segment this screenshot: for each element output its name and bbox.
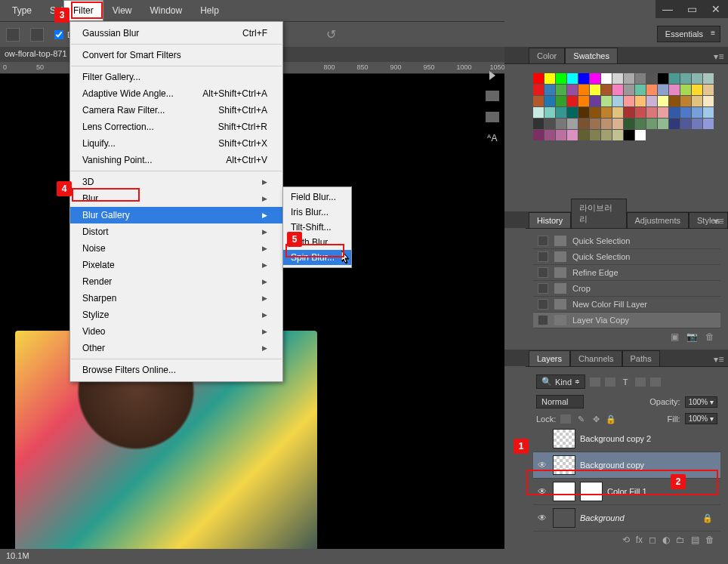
filter-vanishing-point[interactable]: Vanishing Point...Alt+Ctrl+V [70, 152, 282, 168]
filter-shape-icon[interactable] [635, 378, 646, 387]
swatch[interactable] [646, 73, 657, 84]
swatch[interactable] [544, 119, 555, 129]
swatch[interactable] [578, 96, 589, 106]
tab-adjustments[interactable]: Adjustments [627, 212, 689, 228]
opacity-value[interactable]: 100% ▾ [685, 396, 717, 408]
swatch[interactable] [544, 130, 555, 140]
swatch[interactable] [578, 85, 589, 95]
history-camera-icon[interactable]: 📷 [686, 331, 698, 342]
adjustment-icon[interactable]: ◐ [662, 535, 670, 545]
swatch[interactable] [680, 73, 691, 84]
swatch[interactable] [635, 119, 646, 129]
swatch[interactable] [680, 96, 691, 106]
swatch[interactable] [567, 130, 578, 140]
group-icon[interactable]: 🗀 [676, 535, 685, 545]
swatch[interactable] [590, 73, 600, 84]
swatch[interactable] [669, 119, 680, 129]
swatch[interactable] [658, 107, 668, 118]
menu-help[interactable]: Help [191, 1, 228, 20]
swatch[interactable] [556, 130, 566, 140]
layer-color-fill-1[interactable]: 👁 Color Fill 1 [533, 479, 720, 505]
layer-filter-kind[interactable]: 🔍 Kind ≑ [536, 374, 585, 389]
filter-last[interactable]: Gaussian BlurCtrl+F [70, 25, 282, 42]
filter-type-icon[interactable]: T [620, 378, 631, 387]
swatch[interactable] [601, 73, 612, 84]
sub-iris-blur[interactable]: Iris Blur... [283, 205, 351, 220]
filter-video[interactable]: Video▶ [70, 323, 282, 340]
swatch[interactable] [556, 107, 566, 118]
fx-icon[interactable]: fx [636, 535, 643, 545]
swatch[interactable] [567, 96, 578, 106]
swatch[interactable] [646, 119, 657, 129]
swatch[interactable] [635, 107, 646, 118]
swatch[interactable] [590, 85, 600, 95]
close-button[interactable]: ✕ [704, 0, 728, 18]
swatch[interactable] [635, 130, 646, 140]
swatch[interactable] [612, 85, 623, 95]
visibility-toggle[interactable]: 👁 [536, 513, 548, 523]
history-trash-icon[interactable]: 🗑 [705, 331, 714, 342]
panel-menu-icon[interactable]: ▾≡ [713, 354, 725, 366]
swatch[interactable] [669, 85, 680, 95]
swatch[interactable] [612, 73, 623, 84]
swatch[interactable] [544, 96, 555, 106]
swatch[interactable] [601, 85, 612, 95]
swatch[interactable] [658, 73, 668, 84]
tab-swatches[interactable]: Swatches [565, 48, 618, 63]
filter-distort[interactable]: Distort▶ [70, 223, 282, 240]
swatch[interactable] [612, 107, 623, 118]
swatch[interactable] [692, 107, 702, 118]
swatch[interactable] [624, 130, 634, 140]
lock-pixels-icon[interactable] [560, 415, 571, 424]
swatch[interactable] [556, 73, 566, 84]
swatch[interactable] [578, 130, 589, 140]
minimize-button[interactable]: — [656, 0, 680, 18]
swatch[interactable] [544, 107, 555, 118]
swatch[interactable] [556, 85, 566, 95]
history-item[interactable]: Quick Selection [533, 233, 720, 249]
filter-3d[interactable]: 3D▶ [70, 174, 282, 190]
visibility-toggle[interactable]: 👁 [536, 486, 548, 497]
swatch[interactable] [658, 96, 668, 106]
swatch[interactable] [556, 119, 566, 129]
straighten-icon[interactable] [30, 28, 44, 42]
layer-background-copy-2[interactable]: Background copy 2 [533, 426, 720, 452]
swatch[interactable] [658, 85, 668, 95]
swatch[interactable] [578, 119, 589, 129]
character-panel-icon[interactable]: ᴬA [486, 133, 499, 143]
filter-gallery[interactable]: Filter Gallery... [70, 69, 282, 85]
swatch[interactable] [601, 130, 612, 140]
mask-icon[interactable]: ◻ [649, 535, 656, 545]
menu-type[interactable]: Type [3, 1, 41, 20]
swatch[interactable] [703, 107, 714, 118]
filter-smart-icon[interactable] [650, 378, 661, 387]
history-item[interactable]: Crop [533, 281, 720, 297]
swatch[interactable] [567, 119, 578, 129]
swatch[interactable] [624, 119, 634, 129]
layer-background-copy[interactable]: 👁 Background copy [533, 452, 720, 479]
menu-view[interactable]: View [103, 1, 141, 20]
history-item[interactable]: Refine Edge [533, 265, 720, 281]
filter-other[interactable]: Other▶ [70, 340, 282, 356]
swatch[interactable] [680, 85, 691, 95]
filter-browse-online[interactable]: Browse Filters Online... [70, 362, 282, 378]
swatch[interactable] [533, 73, 544, 84]
swatch[interactable] [669, 73, 680, 84]
swatch[interactable] [533, 96, 544, 106]
swatch[interactable] [601, 96, 612, 106]
swatch[interactable] [567, 73, 578, 84]
new-layer-icon[interactable]: ▤ [691, 535, 699, 545]
lock-position-icon[interactable]: ✎ [575, 415, 586, 424]
swatch[interactable] [635, 85, 646, 95]
swatch[interactable] [544, 73, 555, 84]
swatch[interactable] [646, 85, 657, 95]
swatch[interactable] [669, 107, 680, 118]
swatch[interactable] [612, 130, 623, 140]
fill-value[interactable]: 100% ▾ [685, 413, 717, 424]
filter-sharpen[interactable]: Sharpen▶ [70, 290, 282, 307]
history-snapshot-icon[interactable]: ▣ [671, 331, 679, 342]
swatch[interactable] [544, 85, 555, 95]
swatch[interactable] [624, 85, 634, 95]
sub-field-blur[interactable]: Field Blur... [283, 190, 351, 205]
menu-window[interactable]: Window [140, 1, 191, 20]
